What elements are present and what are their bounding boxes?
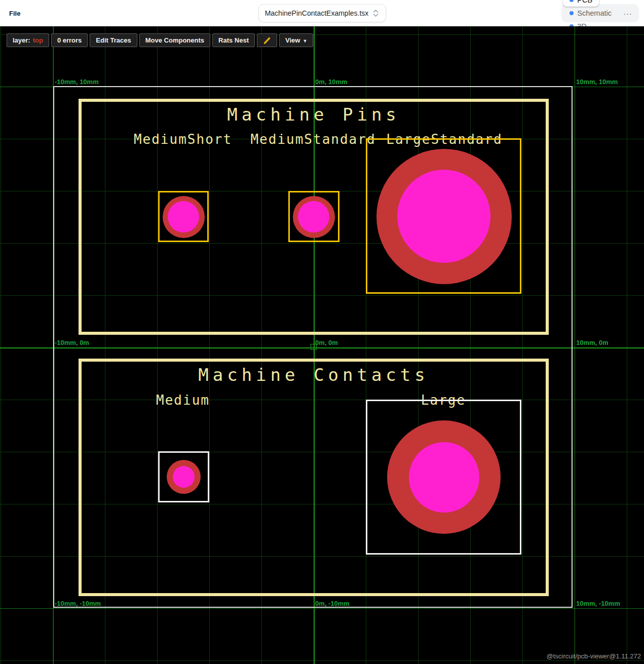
grid-major-horizontal xyxy=(0,608,644,609)
grid-coordinate-label: 10mm, 0m xyxy=(576,339,609,346)
errors-button[interactable]: 0 errors xyxy=(51,33,88,47)
pad-medium-standard[interactable] xyxy=(293,196,335,238)
caret-down-icon: ▼ xyxy=(302,38,307,44)
grid-major-vertical xyxy=(575,26,575,664)
updown-chevron-icon xyxy=(372,9,379,17)
grid-coordinate-label: 10mm, 10mm xyxy=(576,78,618,86)
silkscreen-label: Medium xyxy=(156,394,210,407)
contact-medium-hole xyxy=(173,466,195,488)
more-options-button[interactable]: ··· xyxy=(618,7,637,20)
silkscreen-label: MediumShort xyxy=(134,133,232,146)
layer-button[interactable]: layer: top xyxy=(7,33,49,47)
viewer-version-text: @tscircuit/pcb-viewer@1.11.272 xyxy=(546,652,641,660)
grid-coordinate-label: -10mm, -10mm xyxy=(55,600,101,607)
machine-pins-board-title: Machine Pins xyxy=(227,106,400,124)
top-bar: File MachinePinContactExamples.tsx PCBSc… xyxy=(0,0,644,26)
pcb-toolbar: layer: top 0 errors Edit Traces Move Com… xyxy=(7,33,313,47)
tab-pcb[interactable]: PCB xyxy=(563,0,599,7)
grid-coordinate-label: -10mm, 0m xyxy=(55,339,89,346)
edit-traces-button[interactable]: Edit Traces xyxy=(90,33,137,47)
layer-prefix: layer: xyxy=(13,36,30,44)
pad-medium-short-hole xyxy=(168,201,199,232)
view-label: View xyxy=(285,36,300,44)
pcb-canvas[interactable]: Machine PinsMediumShortMediumStandardLar… xyxy=(0,26,644,664)
pad-medium-standard-hole xyxy=(298,201,329,232)
contact-medium[interactable] xyxy=(167,460,201,494)
tab-label: PCB xyxy=(577,0,592,4)
layer-value: top xyxy=(33,36,43,44)
move-components-button[interactable]: Move Components xyxy=(139,33,210,47)
grid-coordinate-label: 0m, -10mm xyxy=(315,600,350,607)
file-menu[interactable]: File xyxy=(9,0,20,26)
pad-large-standard[interactable] xyxy=(376,149,512,284)
tab-dot-icon xyxy=(570,0,574,2)
contact-large[interactable] xyxy=(387,420,501,534)
file-selector-value: MachinePinContactExamples.tsx xyxy=(265,9,369,17)
tab-dot-icon xyxy=(570,11,574,15)
rats-nest-button[interactable]: Rats Nest xyxy=(212,33,255,47)
tab-schematic[interactable]: Schematic xyxy=(563,7,618,20)
view-mode-tabs: PCBSchematic3D ··· xyxy=(561,4,639,22)
machine-contacts-board-title: Machine Contacts xyxy=(198,366,429,384)
grid-coordinate-label: 0m, 10mm xyxy=(315,78,348,86)
pad-large-standard-hole xyxy=(397,170,490,263)
tab-label: Schematic xyxy=(577,9,612,17)
view-menu-button[interactable]: View ▼ xyxy=(279,33,313,47)
trace-line-icon xyxy=(263,36,271,45)
grid-coordinate-label: 0m, 0m xyxy=(315,339,338,346)
contact-large-hole xyxy=(409,442,479,513)
grid-coordinate-label: 10mm, -10mm xyxy=(576,600,620,607)
pad-medium-short[interactable] xyxy=(163,196,205,238)
silkscreen-label: MediumStandard xyxy=(250,133,375,146)
draw-trace-tool-button[interactable] xyxy=(257,33,277,47)
file-selector-dropdown[interactable]: MachinePinContactExamples.tsx xyxy=(258,4,386,22)
grid-coordinate-label: -10mm, 10mm xyxy=(55,78,99,86)
origin-marker xyxy=(311,344,317,350)
